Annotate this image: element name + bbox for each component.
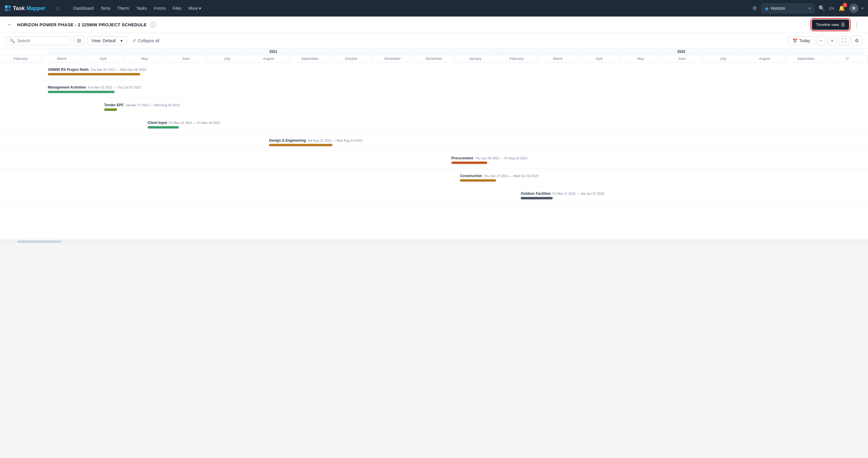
svg-rect-2: [5, 8, 8, 11]
month-cell-5: July: [207, 55, 248, 62]
month-cell-12: February: [496, 55, 537, 62]
nav-terra[interactable]: Terra: [98, 4, 113, 12]
svg-rect-0: [5, 5, 8, 8]
search-nav-button[interactable]: 🔍: [817, 4, 826, 13]
gantt-gear-icon: ⚙: [855, 38, 859, 43]
task-bar[interactable]: [104, 108, 117, 111]
zoom-out-button[interactable]: −: [816, 36, 826, 45]
nav-right: ⚙ ◈ Horizon ▾ 🔍 EN 🔔 1 R ▾: [751, 4, 863, 13]
month-cell-1: March: [41, 55, 83, 62]
month-cell-17: July: [703, 55, 744, 62]
scroll-area[interactable]: [0, 240, 868, 243]
task-date-range: Fri May 21 2021 — Fri Mar 18 2022: [169, 121, 220, 124]
view-label: View: Default: [92, 38, 116, 43]
task-date-range: Thu Jan 06 2022 — Fri Aug 18 2023: [475, 156, 527, 160]
calendar-icon: 📅: [793, 38, 798, 43]
collapse-all-button[interactable]: ⤢ Collapse all: [130, 36, 161, 45]
zoom-in-button[interactable]: +: [828, 36, 837, 45]
more-options-button[interactable]: ⋮: [851, 20, 862, 30]
home-button[interactable]: ⌂: [55, 4, 61, 13]
info-icon[interactable]: i: [150, 22, 156, 27]
month-cell-9: November: [372, 55, 413, 62]
task-date-range: Sat Aug 21 2021 — Mon Aug 14 2023: [308, 138, 362, 142]
settings-button[interactable]: ⚙: [751, 4, 758, 13]
user-avatar[interactable]: R: [849, 4, 859, 13]
today-button[interactable]: 📅 Today: [788, 36, 814, 45]
project-chevron-icon: ▾: [809, 6, 810, 10]
fullscreen-icon: ⛶: [842, 38, 846, 43]
nav-forms[interactable]: Forms: [151, 4, 168, 12]
task-bar[interactable]: [148, 126, 179, 128]
task-row: Management ActivitiesTue Mar 02 2021 — T…: [0, 80, 868, 98]
nav-dashboard[interactable]: Dashboard: [70, 4, 97, 12]
search-nav-icon: 🔍: [818, 5, 825, 11]
month-cell-8: October: [331, 55, 372, 62]
logo-task: Task: [13, 5, 25, 11]
fullscreen-button[interactable]: ⛶: [838, 36, 850, 45]
nav-more[interactable]: More ▾: [185, 4, 204, 12]
task-name: Tender EPC: [104, 103, 124, 107]
filter-button[interactable]: ⊟: [74, 36, 84, 45]
task-bar[interactable]: [452, 161, 487, 164]
list-icon: ☰: [841, 22, 845, 27]
task-date-range: Tue Mar 02 2021 — Thu Jul 07 2022: [88, 85, 141, 89]
task-row: Design & EngineeringSat Aug 21 2021 — Mo…: [0, 133, 868, 151]
notifications-button[interactable]: 🔔 1: [837, 4, 846, 13]
nav-files[interactable]: Files: [170, 4, 185, 12]
task-label-block: ProcurementThu Jan 06 2022 — Fri Aug 18 …: [452, 156, 527, 164]
svg-rect-1: [8, 5, 11, 8]
year-2022: 2022: [499, 48, 864, 55]
timeline-view-button[interactable]: Timeline view ☰: [812, 20, 849, 30]
month-cell-4: June: [165, 55, 207, 62]
view-selector[interactable]: View: Default ▾: [87, 36, 127, 45]
year-spacer: [0, 48, 48, 55]
task-bar[interactable]: [48, 73, 140, 75]
task-name: Management Activities: [48, 85, 86, 89]
project-name: Horizon: [771, 6, 785, 11]
task-bar[interactable]: [48, 91, 115, 93]
year-row: 2021 2022: [0, 48, 868, 55]
user-chevron-icon: ▾: [862, 6, 863, 10]
notification-badge: 1: [843, 3, 847, 7]
month-cell-3: May: [124, 55, 165, 62]
search-input[interactable]: [17, 38, 58, 43]
task-name: Construction: [460, 173, 482, 178]
task-bar[interactable]: [269, 144, 332, 146]
timeline-label: Timeline view: [816, 23, 839, 27]
month-cell-7: September: [289, 55, 331, 62]
month-cell-20: O: [827, 55, 868, 62]
subheader-right: Timeline view ☰ ⋮: [812, 20, 862, 30]
today-label: Today: [799, 38, 810, 43]
back-button[interactable]: ←: [6, 20, 13, 29]
logo-mapper: Mapper: [27, 5, 45, 11]
month-cell-18: August: [744, 55, 785, 62]
gantt-settings-button[interactable]: ⚙: [851, 36, 862, 45]
task-date-range: Thu Jan 27 2022 — Wed Oct 18 2023: [484, 174, 538, 177]
language-selector[interactable]: EN: [829, 6, 834, 11]
more-chevron-icon: ▾: [199, 6, 201, 11]
month-cell-11: January: [455, 55, 496, 62]
month-cell-0: February: [0, 55, 41, 62]
app-logo[interactable]: TaskMapper: [5, 5, 45, 11]
task-row: Client InputFri May 21 2021 — Fri Mar 18…: [0, 116, 868, 133]
task-row: Tender EPCSat Apr 17 2021 — Wed Aug 04 2…: [0, 98, 868, 116]
nav-tasks[interactable]: Tasks: [133, 4, 150, 12]
month-cell-15: May: [620, 55, 661, 62]
month-cell-19: September: [785, 55, 827, 62]
horizon-icon: ◈: [765, 6, 769, 11]
timeline-header: 2021 2022 FebruaryMarchAprilMayJuneJulyA…: [0, 48, 868, 63]
toolbar: 🔍 ⊟ View: Default ▾ ⤢ Collapse all 📅 Tod…: [0, 33, 868, 48]
task-bar[interactable]: [460, 179, 496, 182]
nav-therm[interactable]: Therm: [114, 4, 132, 12]
page-title: HORIZON POWER PHASE - 2 225MW PROJECT SC…: [17, 22, 147, 27]
task-label-block: Design & EngineeringSat Aug 21 2021 — Mo…: [269, 138, 362, 146]
nav-links: Dashboard Terra Therm Tasks Forms Files …: [70, 4, 204, 12]
task-date-range: Sat Apr 17 2021 — Wed Aug 04 2021: [126, 103, 180, 106]
nav-divider-1: [50, 4, 51, 12]
search-wrap[interactable]: 🔍: [6, 36, 71, 45]
task-label-block: Tender EPCSat Apr 17 2021 — Wed Aug 04 2…: [104, 103, 180, 111]
filter-icon: ⊟: [77, 38, 81, 43]
task-bar[interactable]: [521, 197, 553, 199]
project-selector[interactable]: ◈ Horizon ▾: [761, 4, 814, 13]
plus-icon: +: [831, 38, 833, 43]
